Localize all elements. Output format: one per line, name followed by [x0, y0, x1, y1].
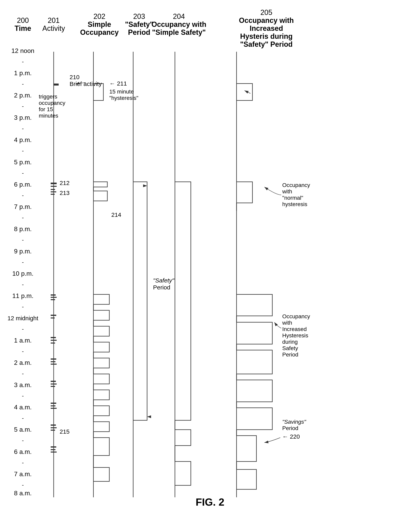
time-dash-10: -: [22, 259, 24, 265]
occ-202-7pm: [93, 191, 107, 201]
act-3am-2: [51, 384, 57, 384]
time-4am: 4 a.m.: [14, 404, 32, 411]
col-200-time: Time: [15, 24, 31, 32]
label-211-15min: 15 minute: [109, 89, 134, 95]
col-202-simple: Simple: [88, 20, 111, 28]
label-normal-hyst-1: Occupancy: [282, 182, 310, 188]
act-11pm-2: [51, 297, 57, 298]
occ-202-3am: [93, 374, 109, 384]
label-213: 213: [60, 190, 70, 196]
label-safety-period-text: Period: [153, 284, 170, 291]
time-5am: 5 a.m.: [14, 426, 32, 433]
time-8pm: 8 p.m.: [14, 225, 32, 232]
occ-202-midnight2: [93, 326, 109, 336]
time-2pm: 2 p.m.: [14, 92, 32, 99]
act-2am-1: [51, 359, 56, 360]
label-normal-hyst-4: hysteresis: [282, 201, 307, 207]
col-202-occupancy: Occupancy: [80, 28, 119, 36]
occ-202-5am2: [93, 422, 109, 432]
time-dash-13: -: [22, 326, 24, 332]
time-4pm: 4 p.m.: [14, 136, 32, 143]
label-occupancy: occupancy: [39, 100, 65, 106]
label-minutes: minutes: [39, 113, 58, 119]
time-7am: 7 a.m.: [14, 470, 32, 478]
act-11pm-3: [51, 299, 55, 300]
label-212: 212: [60, 180, 70, 186]
label-inc-hyst-3: Increased: [282, 326, 307, 332]
time-2am: 2 a.m.: [14, 359, 32, 366]
time-dash-14: -: [22, 348, 24, 354]
col-205-line4: "Safety" Period: [240, 40, 292, 48]
act-2am-3: [51, 364, 57, 365]
label-inc-hyst-5: during: [282, 339, 298, 345]
label-savings-2: Period: [282, 425, 298, 431]
time-dash-7: -: [22, 192, 24, 198]
col-203-safety: "Safety": [125, 20, 153, 28]
label-for15: for 15: [39, 106, 53, 112]
act-2am-2: [51, 361, 55, 362]
label-210: 210: [70, 74, 80, 80]
col-203-period: Period: [128, 28, 150, 36]
col-201-activity: Activity: [42, 24, 65, 32]
time-dash-8: -: [22, 215, 24, 221]
col-203-label: 203: [133, 12, 145, 21]
inc-hyst-6pm: [237, 182, 252, 203]
simple-safety-big-block: [175, 182, 191, 420]
time-dash-3: -: [22, 103, 24, 109]
time-11pm: 11 p.m.: [12, 292, 34, 299]
time-dash-2: -: [22, 81, 24, 87]
label-inc-hyst-6: Safety: [282, 345, 298, 351]
time-1am: 1 a.m.: [14, 337, 32, 344]
act-6am-3: [51, 452, 57, 453]
col-202-label: 202: [93, 12, 105, 21]
label-inc-hyst-1: Occupancy: [282, 313, 310, 319]
figure-label: FIG. 2: [195, 496, 224, 508]
activity-212b: [51, 186, 57, 187]
col-200-label: 200: [17, 16, 29, 24]
act-5am-1: [51, 424, 56, 426]
occ-202-midnight1: [93, 310, 109, 320]
act-1am-3: [51, 343, 55, 344]
act-mid-2: [51, 317, 55, 318]
time-9pm: 9 p.m.: [14, 248, 32, 255]
activity-213c: [51, 194, 55, 195]
col-201-label: 201: [48, 16, 60, 24]
time-5pm: 5 p.m.: [14, 159, 32, 166]
inc-hyst-midnight: [237, 322, 272, 344]
label-safety-period-quote: "Safety": [153, 277, 174, 284]
col-205-label: 205: [260, 8, 272, 16]
time-dash-11: -: [22, 281, 24, 287]
time-dash-1: -: [22, 59, 24, 65]
inc-hyst-3am: [237, 408, 272, 430]
act-4am-3: [51, 408, 57, 409]
occ-202-5am: [93, 406, 109, 416]
time-1pm: 1 p.m.: [14, 69, 32, 77]
label-inc-hyst-4: Hysteresis: [282, 332, 308, 338]
act-mid-1: [51, 315, 56, 316]
occ-202-7am: [93, 468, 109, 481]
act-5am-2: [51, 427, 57, 428]
label-220: ← 220: [282, 433, 300, 440]
act-3am-3: [51, 386, 55, 387]
col-205-line2: Increased: [250, 24, 283, 32]
time-dash-9: -: [22, 237, 24, 243]
time-dash-17: -: [22, 415, 24, 421]
time-dash-6: -: [22, 170, 24, 176]
col-205-line1: Occupancy with: [239, 16, 294, 24]
time-3pm: 3 p.m.: [14, 114, 32, 121]
arrow-normal-hyst: [264, 187, 281, 195]
time-dash-20: -: [22, 482, 24, 488]
col-204-simple-safety: "Simple Safety": [152, 28, 206, 36]
time-6am: 6 a.m.: [14, 448, 32, 455]
inc-hyst-11pm: [237, 294, 272, 316]
arrow-inc-hyst: [274, 322, 281, 328]
act-4am-1: [51, 403, 56, 404]
time-6pm: 6 p.m.: [14, 181, 32, 188]
activity-tick-210: [54, 84, 59, 85]
label-brief: Brief activity: [70, 81, 102, 87]
act-6am-2: [51, 449, 55, 450]
col-204-occupancy: Occupancy with: [151, 20, 206, 28]
time-12noon: 12 noon: [11, 47, 34, 54]
occ-202-11pm: [93, 294, 109, 304]
time-3am: 3 a.m.: [14, 381, 32, 389]
